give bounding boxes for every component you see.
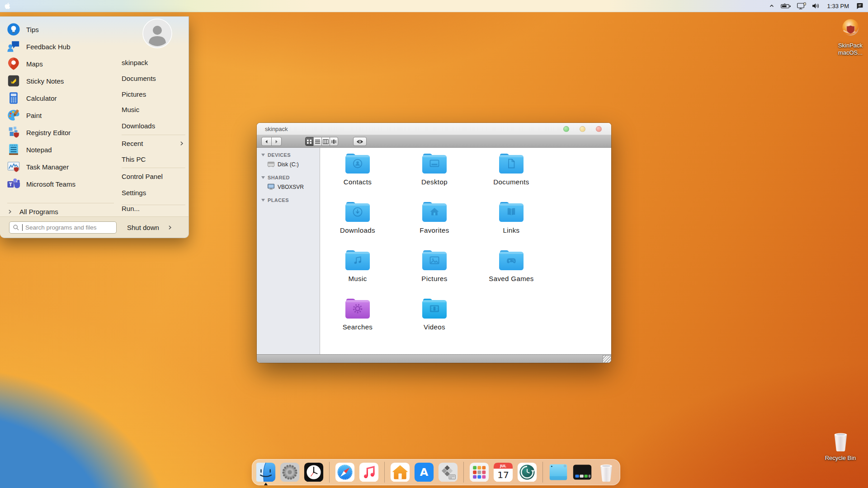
start-item-task-manager[interactable]: Task Manager (5, 158, 118, 175)
start-place-documents[interactable]: Documents (120, 74, 188, 83)
start-search-box[interactable] (9, 221, 117, 234)
disclosure-triangle-icon[interactable] (261, 199, 265, 202)
notepad-icon (7, 143, 20, 156)
start-place-recent[interactable]: Recent (120, 139, 188, 148)
apple-logo-icon[interactable] (5, 2, 10, 9)
dock-item-launchpad[interactable] (469, 462, 489, 482)
folder-documents[interactable]: Documents (477, 151, 545, 196)
list-view-button[interactable] (313, 137, 322, 146)
sidebar-header-devices[interactable]: DEVICES (257, 150, 320, 160)
start-item-tips[interactable]: Tips (5, 21, 118, 38)
hidden-icons-chevron-icon[interactable] (769, 3, 775, 9)
sidebar-header-places[interactable]: PLACES (257, 196, 320, 205)
user-avatar[interactable] (142, 19, 172, 48)
dock-separator (463, 462, 464, 483)
place-label: Pictures (122, 90, 146, 98)
disclosure-triangle-icon[interactable] (261, 176, 265, 179)
traffic-light-yellow[interactable] (580, 126, 585, 132)
folder-videos[interactable]: Videos (401, 296, 468, 341)
sidebar-item-disk-c[interactable]: Disk (C:) (257, 160, 320, 169)
desktop-icon-recycle-bin[interactable]: Recycle Bin (820, 431, 861, 462)
coverflow-view-button[interactable] (330, 137, 338, 146)
start-item-calculator[interactable]: Calculator (5, 89, 118, 107)
forward-button[interactable] (271, 137, 282, 146)
dock-item-time-machine[interactable] (517, 462, 537, 482)
start-item-sticky-notes[interactable]: Sticky Notes (5, 72, 118, 89)
dock-item-system-settings[interactable] (280, 462, 300, 482)
dock-item-clock[interactable] (304, 462, 324, 482)
folder-label: Videos (401, 323, 468, 331)
dock-item-trash[interactable] (596, 462, 616, 482)
disclosure-triangle-icon[interactable] (261, 154, 265, 156)
battery-icon[interactable] (781, 3, 791, 9)
start-item-label: Task Manager (26, 163, 69, 171)
start-item-label: Feedback Hub (26, 43, 71, 51)
folder-downloads[interactable]: Downloads (324, 199, 392, 244)
sidebar-item-vboxsvr[interactable]: VBOXSVR (257, 182, 320, 192)
start-item-maps[interactable]: Maps (5, 55, 118, 72)
start-item-microsoft-teams[interactable]: TMicrosoft Teams (5, 175, 118, 192)
folder-pictures[interactable]: Pictures (401, 248, 468, 293)
start-place-run[interactable]: Run... (120, 204, 188, 213)
dock-separator (384, 462, 385, 483)
folder-label: Links (477, 226, 545, 234)
start-place-control-panel[interactable]: Control Panel (120, 172, 188, 181)
quick-look-button[interactable] (353, 137, 367, 146)
dock-item-safari[interactable] (335, 462, 355, 482)
window-titlebar[interactable]: skinpack (257, 123, 611, 135)
skinpack-installer-icon (840, 18, 861, 39)
start-item-registry-editor[interactable]: Registry Editor (5, 124, 118, 141)
folder-icon-favorites (421, 199, 448, 223)
folder-label: Contacts (324, 178, 392, 186)
dock-item-home[interactable] (390, 462, 410, 482)
running-indicator (264, 483, 268, 485)
folder-saved-games[interactable]: Saved Games (477, 248, 545, 293)
dock-item-calendar[interactable]: JUL17 (493, 462, 513, 482)
feedback-hub-icon (7, 40, 20, 53)
start-place-downloads[interactable]: Downloads (120, 121, 188, 130)
start-item-notepad[interactable]: Notepad (5, 141, 118, 158)
notification-center-icon[interactable] (856, 3, 863, 9)
icon-view-button[interactable] (305, 137, 314, 146)
back-button[interactable] (261, 137, 272, 146)
start-place-this-pc[interactable]: This PC (120, 155, 188, 164)
menubar-clock[interactable]: 1:33 PM (826, 3, 850, 9)
sidebar-item-label: VBOXSVR (278, 184, 304, 190)
start-place-music[interactable]: Music (120, 105, 188, 114)
dock-item-skinpack-utility[interactable] (438, 462, 458, 482)
traffic-light-red[interactable] (596, 126, 602, 132)
dock-item-widgets[interactable] (572, 462, 592, 482)
volume-icon[interactable] (812, 3, 820, 9)
start-place-settings[interactable]: Settings (120, 188, 188, 197)
folder-contacts[interactable]: Contacts (324, 151, 392, 196)
folder-music[interactable]: Music (324, 248, 392, 293)
start-item-paint[interactable]: Paint (5, 107, 118, 124)
folder-desktop[interactable]: Desktop (401, 151, 468, 196)
dock-item-finder[interactable] (256, 462, 276, 482)
start-item-label: Calculator (26, 94, 57, 102)
folder-links[interactable]: Links (477, 199, 545, 244)
start-app-list: TipsFeedback HubMapsSticky NotesCalculat… (5, 21, 118, 192)
desktop-icon-skinpack-macos[interactable]: SkinPack macOS... (830, 18, 868, 56)
traffic-light-green[interactable] (563, 126, 569, 132)
column-view-button[interactable] (321, 137, 330, 146)
display-icon[interactable] (797, 2, 806, 9)
svg-text:A: A (420, 466, 429, 479)
dock-item-app-store[interactable]: A (414, 462, 434, 482)
desktop-icon-label: Recycle Bin (820, 455, 861, 462)
folder-searches[interactable]: Searches (324, 296, 392, 341)
hard-drive-icon (267, 161, 275, 168)
folder-favorites[interactable]: Favorites (401, 199, 468, 244)
dock-item-stickies[interactable] (548, 462, 568, 482)
sidebar-header-shared[interactable]: SHARED (257, 173, 320, 182)
start-place-skinpack[interactable]: skinpack (120, 58, 188, 67)
start-item-feedback-hub[interactable]: Feedback Hub (5, 38, 118, 55)
sidebar-gap (257, 169, 320, 173)
all-programs-button[interactable]: All Programs (7, 205, 58, 218)
start-search-input[interactable] (25, 224, 113, 231)
dock-item-music[interactable] (359, 462, 379, 482)
start-item-label: Maps (26, 60, 43, 68)
start-place-pictures[interactable]: Pictures (120, 89, 188, 99)
all-programs-label: All Programs (19, 208, 58, 216)
resize-grip[interactable] (603, 355, 611, 362)
